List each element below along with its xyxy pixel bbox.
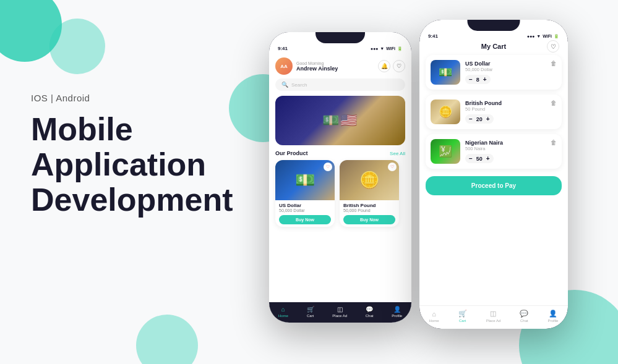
phone2-nav-cart-label: Cart — [459, 319, 466, 323]
phone1-product-gbp-image: 🪙 ♡ — [340, 160, 399, 200]
phone1-screen: 9:41 ●●● ▼ WiFi 🔋 AA Good Morning Andrew… — [269, 32, 411, 323]
platform-label: IOS | Android — [31, 93, 233, 103]
phone1-notification-btn[interactable]: 🔔 — [378, 60, 390, 72]
phone2-nav-profile[interactable]: 👤 Profile — [547, 310, 558, 323]
phone1-banner: 💵🇺🇸 — [275, 96, 405, 145]
phone2-nav-place-ad-label: Place Ad — [486, 319, 501, 323]
title-line2: Application — [31, 146, 206, 182]
phone2-ngn-name: Nigerian Naira — [465, 140, 557, 146]
phone1-container: 9:41 ●●● ▼ WiFi 🔋 AA Good Morning Andrew… — [269, 32, 411, 323]
phone2-ngn-decrease-btn[interactable]: − — [469, 155, 473, 162]
profile-icon: 👤 — [549, 310, 557, 318]
place-ad-icon: ◫ — [337, 306, 343, 313]
phone1-greeting: Good Morning Andrew Ainsley — [296, 61, 378, 72]
phone2-usd-delete-btn[interactable]: 🗑 — [551, 60, 557, 67]
phone2-nav-chat-label: Chat — [520, 319, 528, 323]
phone2-gbp-increase-btn[interactable]: + — [486, 116, 490, 122]
title-line3: Development — [31, 182, 233, 218]
phone1-usd-buy-btn[interactable]: Buy Now — [279, 215, 331, 224]
phone1-gbp-info: British Pound 50,000 Pound Buy Now — [340, 200, 399, 227]
phone1-time: 9:41 — [278, 46, 288, 51]
phone2-usd-decrease-btn[interactable]: − — [469, 76, 473, 83]
phone1-user-name: Andrew Ainsley — [296, 66, 378, 72]
phone2-ngn-qty: 50 — [476, 156, 483, 162]
phone2-ngn-sub: 500 Naira — [465, 146, 557, 151]
phone2-favorites-btn[interactable]: ♡ — [547, 40, 559, 53]
phone2-time: 9:41 — [428, 33, 438, 39]
phone2-usd-details: US Dollar 50,000 Dollar − 8 + — [465, 61, 557, 84]
bg-circle-bottom-left — [136, 315, 198, 364]
phone1-gbp-name: British Pound — [343, 203, 395, 208]
phone1-nav-place-ad-label: Place Ad — [332, 314, 347, 318]
phone1-product-usd-image: 💵 ♡ — [275, 160, 335, 200]
phone2-nav-home[interactable]: ⌂ Home — [429, 310, 439, 323]
place-ad-icon: ◫ — [490, 310, 496, 318]
phone2-ngn-increase-btn[interactable]: + — [486, 155, 490, 162]
phone1-product-gbp: 🪙 ♡ British Pound 50,000 Pound Buy Now — [340, 160, 399, 227]
phone2-header: My Cart ♡ — [419, 40, 568, 55]
proceed-to-pay-button[interactable]: Proceed to Pay — [426, 176, 562, 195]
phone1-gbp-fav-btn[interactable]: ♡ — [388, 163, 397, 171]
cart-icon: 🛒 — [458, 310, 467, 318]
phone1-see-all[interactable]: See All — [390, 151, 405, 156]
phone2-usd-qty: 8 — [476, 77, 479, 83]
phone2-ngn-qty-control: − 50 + — [465, 154, 494, 163]
phone2-usd-image: 💵 — [431, 60, 460, 85]
phone1-usd-price: 50,000 Dollar — [279, 208, 331, 213]
phone2-ngn-image: 💹 — [431, 139, 460, 164]
phone2-gbp-qty-control: − 20 + — [465, 114, 494, 124]
phone2-nav-home-label: Home — [429, 319, 439, 323]
phone1-search-placeholder: Search — [291, 82, 307, 88]
phone1-usd-info: US Dollar 50,000 Dollar Buy Now — [275, 200, 335, 227]
profile-icon: 👤 — [393, 306, 401, 313]
phone1-nav-chat[interactable]: 💬 Chat — [366, 306, 374, 318]
phone2-nav-cart[interactable]: 🛒 Cart — [458, 310, 467, 323]
phone1-nav-cart[interactable]: 🛒 Cart — [307, 306, 314, 318]
phone2-gbp-image: 🪙 — [431, 99, 460, 124]
home-icon: ⌂ — [432, 310, 436, 318]
phone1-status-icons: ●●● ▼ WiFi 🔋 — [371, 46, 403, 51]
phone1-header-icons: 🔔 ♡ — [378, 60, 405, 72]
phone1-product-usd: 💵 ♡ US Dollar 50,000 Dollar Buy Now — [275, 160, 335, 227]
phone1-search-bar[interactable]: 🔍 Search — [275, 78, 405, 91]
main-title: Mobile Application Development — [31, 112, 233, 218]
phone2-gbp-decrease-btn[interactable]: − — [469, 116, 473, 122]
phone2-bottom-nav: ⌂ Home 🛒 Cart ◫ Place Ad 💬 Chat 👤 P — [419, 305, 568, 329]
phone2-gbp-sub: 50 Pound — [465, 106, 557, 112]
phone2-nav-place-ad[interactable]: ◫ Place Ad — [486, 310, 501, 323]
phone2-ngn-delete-btn[interactable]: 🗑 — [551, 139, 557, 146]
phone2-gbp-delete-btn[interactable]: 🗑 — [551, 99, 557, 106]
search-icon: 🔍 — [281, 82, 288, 88]
phone2-cart-title: My Cart — [481, 43, 506, 50]
phone1-usd-fav-btn[interactable]: ♡ — [324, 163, 332, 171]
chat-icon: 💬 — [366, 306, 373, 313]
home-icon: ⌂ — [281, 306, 285, 313]
phone1-banner-image: 💵🇺🇸 — [322, 112, 358, 129]
phone1-nav-chat-label: Chat — [366, 314, 374, 318]
phone2-gbp-qty: 20 — [476, 116, 483, 122]
phone1-gbp-buy-btn[interactable]: Buy Now — [343, 215, 395, 224]
phone2-cart-item-ngn: 💹 Nigerian Naira 500 Naira − 50 + 🗑 — [426, 134, 562, 169]
phone1-nav-place-ad[interactable]: ◫ Place Ad — [332, 306, 347, 318]
phone2-screen: 9:41 ●●● ▼ WiFi 🔋 My Cart ♡ 💵 — [419, 20, 568, 329]
phone2-nav-chat[interactable]: 💬 Chat — [520, 310, 528, 323]
chat-icon: 💬 — [520, 310, 528, 318]
phone1-nav-home[interactable]: ⌂ Home — [278, 306, 288, 318]
phone1-notch — [315, 32, 365, 43]
phone1-usd-name: US Dollar — [279, 203, 331, 208]
phone2-usd-increase-btn[interactable]: + — [483, 76, 487, 83]
phone2-ngn-details: Nigerian Naira 500 Naira − 50 + — [465, 140, 557, 163]
phone1: 9:41 ●●● ▼ WiFi 🔋 AA Good Morning Andrew… — [269, 32, 411, 323]
phone2-notch — [468, 20, 520, 31]
phone2-gbp-details: British Pound 50 Pound − 20 + — [465, 100, 557, 124]
phone1-favorites-btn[interactable]: ♡ — [393, 60, 405, 72]
phone2-usd-sub: 50,000 Dollar — [465, 67, 557, 72]
phone1-nav-home-label: Home — [278, 314, 288, 318]
cart-icon: 🛒 — [307, 306, 314, 313]
phone1-nav-cart-label: Cart — [307, 314, 314, 318]
title-line1: Mobile — [31, 111, 133, 147]
phone1-nav-profile[interactable]: 👤 Profile — [392, 306, 402, 318]
phone2-cart-item-gbp: 🪙 British Pound 50 Pound − 20 + 🗑 — [426, 95, 562, 129]
hero-text-section: IOS | Android Mobile Application Develop… — [31, 93, 233, 218]
phone1-header: AA Good Morning Andrew Ainsley 🔔 ♡ — [269, 55, 411, 78]
